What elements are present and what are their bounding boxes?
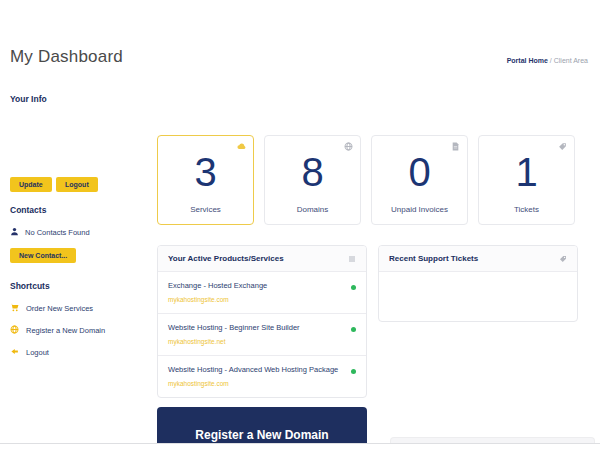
stat-value: 0 xyxy=(408,152,430,192)
recent-tickets-header: Recent Support Tickets xyxy=(379,246,577,272)
stat-value: 1 xyxy=(515,152,537,192)
recent-tickets-title: Recent Support Tickets xyxy=(389,254,478,263)
breadcrumb-separator: / xyxy=(550,57,552,64)
your-info-heading: Your Info xyxy=(10,94,47,104)
shortcuts-heading: Shortcuts xyxy=(10,281,50,291)
stat-label: Unpaid Invoices xyxy=(391,205,448,214)
shortcut-label: Logout xyxy=(26,348,49,357)
stat-card-services[interactable]: 3 Services xyxy=(157,135,254,225)
shortcut-register-domain[interactable]: Register a New Domain xyxy=(10,325,105,336)
product-name: Website Hosting - Advanced Web Hosting P… xyxy=(168,365,340,374)
product-domain-link[interactable]: mykahostingsite.net xyxy=(168,338,340,345)
register-domain-banner[interactable]: Register a New Domain xyxy=(157,407,367,443)
contacts-heading: Contacts xyxy=(10,205,46,215)
active-status-dot xyxy=(351,369,356,374)
shortcut-label: Register a New Domain xyxy=(26,326,105,335)
breadcrumb-current: Client Area xyxy=(554,57,588,64)
page-bottom-divider xyxy=(0,443,600,444)
stat-value: 3 xyxy=(194,152,216,192)
product-name: Website Hosting - Beginner Site Builder xyxy=(168,323,340,332)
active-status-dot xyxy=(351,285,356,290)
stat-label: Domains xyxy=(297,205,329,214)
globe-icon xyxy=(10,325,19,336)
product-item[interactable]: Exchange - Hosted Exchange mykahostingsi… xyxy=(158,272,366,314)
product-item[interactable]: Website Hosting - Advanced Web Hosting P… xyxy=(158,356,366,397)
tag-icon xyxy=(558,142,567,151)
recent-tickets-body xyxy=(379,272,577,322)
active-products-panel: Your Active Products/Services Exchange -… xyxy=(157,245,367,398)
sign-out-icon xyxy=(10,347,19,358)
recent-tickets-panel: Recent Support Tickets xyxy=(378,245,578,322)
active-products-title: Your Active Products/Services xyxy=(168,254,284,263)
register-domain-label: Register a New Domain xyxy=(195,428,328,443)
logout-button[interactable]: Logout xyxy=(56,177,98,192)
person-icon xyxy=(10,227,19,238)
tag-icon xyxy=(559,255,567,263)
list-icon xyxy=(348,255,356,263)
cloud-icon xyxy=(237,142,246,151)
breadcrumb-portal-home[interactable]: Portal Home xyxy=(507,57,548,64)
new-contact-button[interactable]: New Contact... xyxy=(10,248,76,263)
active-status-dot xyxy=(351,327,356,332)
globe-icon xyxy=(344,142,353,151)
stat-card-domains[interactable]: 8 Domains xyxy=(264,135,361,225)
shortcut-order-new-services[interactable]: Order New Services xyxy=(10,303,93,314)
no-contacts-label: No Contacts Found xyxy=(25,228,90,237)
product-domain-link[interactable]: mykahostingsite.com xyxy=(168,380,340,387)
update-button[interactable]: Update xyxy=(10,177,52,192)
page-title: My Dashboard xyxy=(10,47,123,67)
client-area-dashboard: My Dashboard Portal Home / Client Area Y… xyxy=(0,0,600,460)
shortcut-logout[interactable]: Logout xyxy=(10,347,49,358)
stat-card-tickets[interactable]: 1 Tickets xyxy=(478,135,575,225)
cart-icon xyxy=(10,303,19,314)
stat-label: Tickets xyxy=(514,205,539,214)
product-domain-link[interactable]: mykahostingsite.com xyxy=(168,296,340,303)
invoice-icon xyxy=(451,142,460,151)
product-item[interactable]: Website Hosting - Beginner Site Builder … xyxy=(158,314,366,356)
product-name: Exchange - Hosted Exchange xyxy=(168,281,340,290)
stat-card-unpaid-invoices[interactable]: 0 Unpaid Invoices xyxy=(371,135,468,225)
active-products-header: Your Active Products/Services xyxy=(158,246,366,272)
no-contacts-row: No Contacts Found xyxy=(10,227,90,238)
stats-row: 3 Services 8 Domains 0 Unpaid Invoices 1… xyxy=(157,135,575,225)
shortcut-label: Order New Services xyxy=(26,304,93,313)
breadcrumb: Portal Home / Client Area xyxy=(507,57,588,64)
stat-value: 8 xyxy=(301,152,323,192)
stat-label: Services xyxy=(190,205,221,214)
